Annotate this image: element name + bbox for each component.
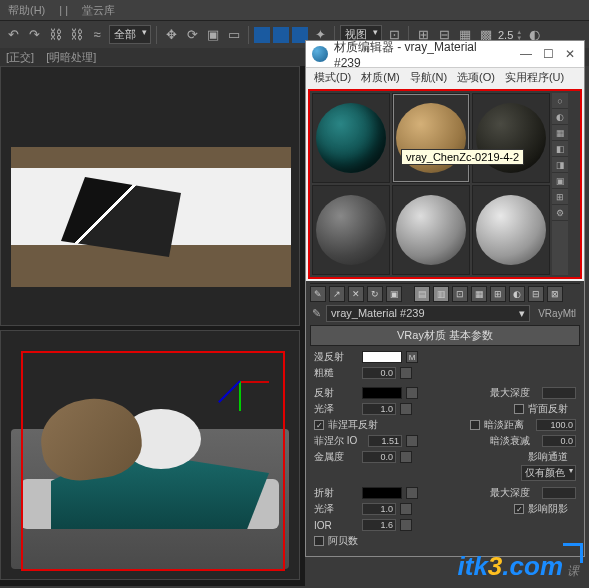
mt-assign-icon[interactable]: ↗ (329, 286, 345, 302)
side-btn-1[interactable]: ○ (552, 93, 568, 109)
mt-btn5-icon[interactable]: ▣ (386, 286, 402, 302)
dropdown-affect-channels[interactable]: 仅有颜色 (521, 465, 576, 481)
material-name-field[interactable]: vray_Material #239▾ (326, 305, 530, 322)
spinner-ior[interactable]: 1.6 (362, 519, 396, 531)
spinner-rough[interactable]: 0.0 (362, 367, 396, 379)
map-ior-button[interactable] (400, 519, 412, 531)
undo-icon[interactable]: ↶ (4, 26, 22, 44)
mt-btn7-icon[interactable]: ▥ (433, 286, 449, 302)
material-slot-1[interactable] (312, 93, 390, 183)
label-affect: 影响通道 (528, 450, 576, 464)
spinner-maxdepth-reflect[interactable] (542, 387, 576, 399)
spinner-gloss[interactable]: 1.0 (362, 403, 396, 415)
spinner-maxdepth-refract[interactable] (542, 487, 576, 499)
side-btn-3[interactable]: ▦ (552, 125, 568, 141)
mt-btn12-icon[interactable]: ⊟ (528, 286, 544, 302)
swatch-reflect[interactable] (362, 387, 402, 399)
side-btn-4[interactable]: ◧ (552, 141, 568, 157)
checkbox-fresnel[interactable] (314, 420, 324, 430)
label-abbe: 阿贝数 (328, 534, 372, 548)
select-icon[interactable]: ▭ (225, 26, 243, 44)
menu-cloud[interactable]: 堂云库 (78, 3, 119, 18)
material-editor-toolbar: ✎ ↗ ✕ ↻ ▣ ▤ ▥ ⊡ ▦ ⊞ ◐ ⊟ ⊠ (310, 283, 580, 303)
mt-btn3-icon[interactable]: ✕ (348, 286, 364, 302)
mt-btn6-icon[interactable]: ▤ (414, 286, 430, 302)
mt-btn8-icon[interactable]: ⊡ (452, 286, 468, 302)
mat-menu-nav[interactable]: 导航(N) (406, 70, 451, 85)
mat-menu-options[interactable]: 选项(O) (453, 70, 499, 85)
mt-dropper-icon[interactable]: ✎ (310, 286, 326, 302)
spinner-metal[interactable]: 0.0 (362, 451, 396, 463)
mt-btn10-icon[interactable]: ⊞ (490, 286, 506, 302)
checkbox-dim[interactable] (470, 420, 480, 430)
side-btn-2[interactable]: ◐ (552, 109, 568, 125)
spinner-arrows-a[interactable]: ▲▼ (516, 29, 522, 41)
map-diffuse-button[interactable]: M (406, 351, 418, 363)
swatch-refract[interactable] (362, 487, 402, 499)
material-slot-4[interactable] (312, 185, 390, 275)
mt-btn11-icon[interactable]: ◐ (509, 286, 525, 302)
snap-angle-icon[interactable] (273, 27, 289, 43)
annotation-highlight-slots: vray_ChenZc-0219-4-2 ○ ◐ ▦ ◧ ◨ ▣ ⊞ ⚙ (308, 89, 582, 279)
mt-btn13-icon[interactable]: ⊠ (547, 286, 563, 302)
label-fresnel: 菲涅耳反射 (328, 418, 388, 432)
material-editor-menubar: 模式(D) 材质(M) 导航(N) 选项(O) 实用程序(U) (306, 67, 584, 87)
mat-menu-material[interactable]: 材质(M) (357, 70, 404, 85)
side-btn-8[interactable]: ⚙ (552, 205, 568, 221)
material-slot-3[interactable] (472, 93, 550, 183)
label-refract: 折射 (314, 486, 358, 500)
map-fresnel-ior-button[interactable] (406, 435, 418, 447)
material-picker-icon[interactable]: ✎ (310, 307, 322, 319)
watermark: itk3.com课 (458, 551, 580, 582)
side-btn-6[interactable]: ▣ (552, 173, 568, 189)
minimize-icon[interactable]: — (518, 46, 534, 62)
rollup-header[interactable]: VRay材质 基本参数 (310, 325, 580, 346)
viewport-perspective[interactable] (0, 330, 300, 580)
side-btn-7[interactable]: ⊞ (552, 189, 568, 205)
checkbox-backside[interactable] (514, 404, 524, 414)
filter-dropdown[interactable]: 全部 (109, 25, 151, 44)
swatch-diffuse[interactable] (362, 351, 402, 363)
unlink-icon[interactable]: ⛓ (67, 26, 85, 44)
material-slots-grid: vray_ChenZc-0219-4-2 ○ ◐ ▦ ◧ ◨ ▣ ⊞ ⚙ (312, 93, 578, 275)
link-icon[interactable]: ⛓ (46, 26, 64, 44)
redo-icon[interactable]: ↷ (25, 26, 43, 44)
material-slot-2[interactable]: vray_ChenZc-0219-4-2 (392, 93, 470, 183)
snap-toggle-icon[interactable] (254, 27, 270, 43)
spinner-fresnel-ior[interactable]: 1.51 (368, 435, 402, 447)
material-slot-side-toolbar: ○ ◐ ▦ ◧ ◨ ▣ ⊞ ⚙ (552, 93, 568, 275)
material-type-label[interactable]: VRayMtl (534, 308, 580, 319)
menu-help[interactable]: 帮助(H) (4, 3, 49, 18)
scene-bed (11, 351, 289, 579)
mat-menu-mode[interactable]: 模式(D) (310, 70, 355, 85)
scale-icon[interactable]: ▣ (204, 26, 222, 44)
material-editor-app-icon (312, 46, 328, 62)
move-icon[interactable]: ✥ (162, 26, 180, 44)
map-metal-button[interactable] (400, 451, 412, 463)
viewport-area (0, 66, 305, 586)
close-icon[interactable]: ✕ (562, 46, 578, 62)
rotate-icon[interactable]: ⟳ (183, 26, 201, 44)
spinner-rgloss[interactable]: 1.0 (362, 503, 396, 515)
checkbox-abbe[interactable] (314, 536, 324, 546)
mt-btn9-icon[interactable]: ▦ (471, 286, 487, 302)
map-reflect-button[interactable] (406, 387, 418, 399)
viewport-top[interactable] (0, 66, 300, 326)
material-editor-titlebar[interactable]: 材质编辑器 - vray_Material #239 — ☐ ✕ (306, 41, 584, 67)
misc-icon[interactable]: ≈ (88, 26, 106, 44)
map-rough-button[interactable] (400, 367, 412, 379)
material-slot-5[interactable] (392, 185, 470, 275)
checkbox-affect-shadow[interactable] (514, 504, 524, 514)
material-editor-title: 材质编辑器 - vray_Material #239 (334, 39, 506, 70)
spinner-fade[interactable]: 0.0 (542, 435, 576, 447)
map-gloss-button[interactable] (400, 403, 412, 415)
maximize-icon[interactable]: ☐ (540, 46, 556, 62)
spinner-dim[interactable]: 100.0 (536, 419, 576, 431)
side-btn-5[interactable]: ◨ (552, 157, 568, 173)
map-refract-button[interactable] (406, 487, 418, 499)
material-slot-6[interactable] (472, 185, 550, 275)
mt-btn4-icon[interactable]: ↻ (367, 286, 383, 302)
map-rgloss-button[interactable] (400, 503, 412, 515)
mat-menu-util[interactable]: 实用程序(U) (501, 70, 568, 85)
menu-custom[interactable]: | | (55, 4, 72, 16)
